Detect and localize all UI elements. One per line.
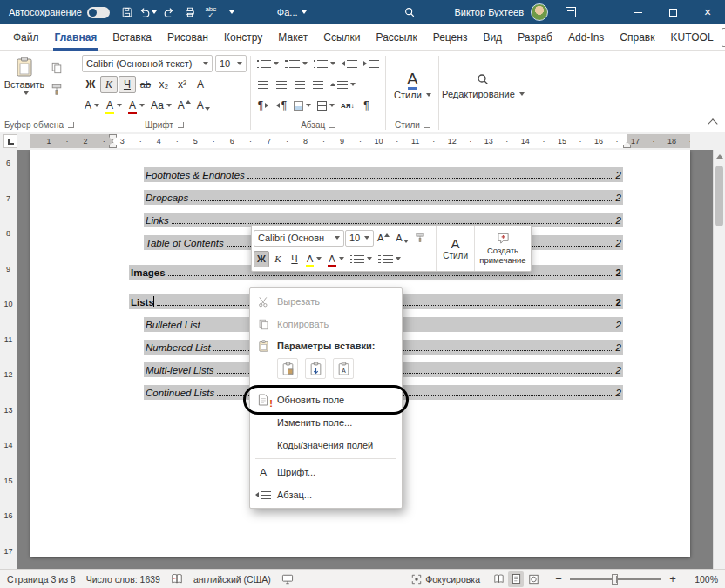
line-spacing-button[interactable] [328,76,358,93]
numbered-list-button[interactable] [282,55,310,72]
toc-entry[interactable]: Dropcaps 2 [144,190,623,205]
display-settings-icon[interactable] [281,574,294,585]
autosave-toggle[interactable]: Автосохранение [9,7,110,18]
sort-button[interactable]: АЯ↓ [338,97,357,114]
horizontal-ruler[interactable]: 123456789101112131415161718 [30,134,690,148]
align-left-button[interactable] [254,76,272,93]
multilevel-list-button[interactable] [311,55,339,72]
ribbon-tab[interactable]: Макет [270,24,315,51]
paste-keep-source-icon[interactable] [277,358,298,379]
page-indicator[interactable]: Страница 3 из 8 [7,574,76,585]
share-button[interactable]: Поделиться [722,28,725,47]
grow-font-button[interactable]: А [175,97,193,114]
avatar[interactable] [531,3,548,21]
justify-button[interactable] [309,76,327,93]
zoom-slider-thumb[interactable] [612,574,618,585]
dialog-launcher-icon[interactable] [424,122,430,128]
focus-button[interactable]: Фокусировка [411,574,480,585]
rtl-direction-button[interactable]: ¶ [273,97,290,114]
menu-edit-field[interactable]: Изменить поле... [250,411,402,434]
show-marks-button[interactable]: ¶ [357,97,375,114]
styles-gallery-button[interactable]: А Стили [390,53,435,118]
ribbon-tab[interactable]: Add-Ins [560,24,612,51]
mt-bold-button[interactable]: Ж [254,251,269,267]
customize-qat-icon[interactable] [221,2,242,23]
web-layout-icon[interactable] [525,571,541,587]
zoom-out-button[interactable]: − [552,572,566,586]
zoom-in-button[interactable]: + [666,572,680,586]
minimize-button[interactable] [620,0,655,24]
tab-selector[interactable] [3,134,17,148]
menu-field-codes[interactable]: Коды/значения полей [250,434,402,456]
ribbon-tab[interactable]: Вид [475,24,510,51]
ribbon-tab[interactable]: KUTOOL [663,24,722,51]
scrollbar-thumb[interactable] [715,166,723,226]
dialog-launcher-icon[interactable] [329,122,335,128]
vertical-ruler[interactable]: 67891011121314151617 [0,150,17,569]
ribbon-tab[interactable]: Файл [5,24,47,51]
mt-numbering-button[interactable] [376,251,403,267]
ribbon-tab[interactable]: Рисован [159,24,216,51]
dialog-launcher-icon[interactable] [178,122,184,128]
menu-paragraph[interactable]: Абзац... [250,483,402,506]
ribbon-tab[interactable]: Вставка [105,24,159,51]
search-icon[interactable] [399,2,420,23]
mt-italic-button[interactable]: К [270,251,286,267]
maximize-button[interactable] [655,0,690,24]
editing-button[interactable]: Редактирование [443,53,523,118]
ribbon-tab[interactable]: Реценз [425,24,476,51]
paste-merge-formatting-icon[interactable] [305,358,326,379]
mt-font-size-select[interactable]: 10 [345,230,374,247]
menu-update-field[interactable]: ! Обновить поле [250,389,402,411]
ribbon-tab[interactable]: Констру [216,24,270,51]
mt-underline-button[interactable]: Ч [287,251,302,267]
collapse-ribbon-icon[interactable] [708,118,717,128]
copy-icon[interactable] [48,59,65,77]
mt-styles-button[interactable]: А Стили [436,226,474,271]
redo-icon[interactable] [159,2,180,23]
print-layout-icon[interactable] [508,571,524,587]
ribbon-tab[interactable]: Главная [47,24,105,51]
align-right-button[interactable] [291,76,308,93]
text-effects-button[interactable]: А [82,97,102,114]
proofing-icon[interactable] [171,573,183,585]
zoom-slider[interactable] [570,578,661,580]
shading-button[interactable] [291,97,314,114]
bulleted-list-button[interactable] [254,55,282,72]
menu-font[interactable]: А Шрифт... [250,461,402,483]
document-title[interactable]: Фа... [272,4,312,20]
close-button[interactable]: × [690,0,725,24]
create-comment-button[interactable]: Создать примечание [474,226,531,271]
save-icon[interactable] [117,2,138,23]
highlight-button[interactable]: А [103,97,125,114]
mt-format-painter-icon[interactable] [412,230,428,247]
align-center-button[interactable] [273,76,290,93]
mt-highlight-button[interactable]: А [303,251,324,267]
zoom-level[interactable]: 100% [690,574,718,585]
paste-text-only-icon[interactable]: A [333,358,354,379]
change-case-button[interactable]: Аа [148,97,174,114]
increase-indent-button[interactable] [361,55,382,72]
paste-button[interactable]: Вставить [4,53,44,118]
ribbon-display-options-icon[interactable] [560,2,581,23]
read-mode-icon[interactable] [491,571,506,587]
ltr-direction-button[interactable]: ¶ [254,97,272,114]
font-name-select[interactable]: Calibri (Основной текст) [82,55,213,72]
print-icon[interactable] [180,2,200,23]
mt-grow-font-button[interactable]: А [375,230,392,247]
ribbon-tab[interactable]: Разраб [510,24,560,51]
mt-bullets-button[interactable] [348,251,376,267]
underline-button[interactable]: Ч [119,76,136,93]
toc-entry[interactable]: Footnotes & Endnotes 2 [144,167,623,182]
font-size-select[interactable]: 10 [215,55,247,72]
mt-shrink-font-button[interactable]: А [393,230,410,247]
italic-button[interactable]: К [100,76,118,93]
subscript-button[interactable]: x₂ [155,76,173,93]
mt-font-name-select[interactable]: Calibri (Основн [254,230,344,247]
mt-font-color-button[interactable]: А [325,251,346,267]
font-color-button[interactable]: А [125,97,147,114]
shrink-font-button[interactable]: А [194,97,213,114]
clear-formatting-button[interactable]: А [192,76,209,93]
user-name[interactable]: Виктор Бухтеев [455,7,524,17]
vertical-scrollbar[interactable] [713,150,725,569]
